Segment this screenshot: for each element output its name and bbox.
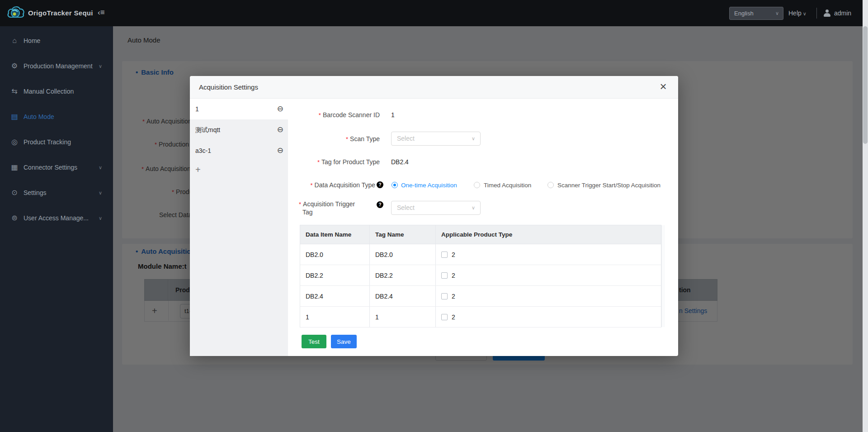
sidebar-item-product-tracking[interactable]: ◎ Product Tracking <box>0 133 113 151</box>
target-icon: ◎ <box>9 133 20 151</box>
product-type-checkbox[interactable] <box>441 272 448 279</box>
page-scrollbar <box>863 0 868 432</box>
user-icon <box>824 9 831 17</box>
sidebar-item-production-management[interactable]: ⚙ Production Management ∨ <box>0 57 113 75</box>
chevron-down-icon: ∨ <box>99 209 102 227</box>
radio-scanner-trigger[interactable] <box>547 182 554 188</box>
chevron-down-icon: ∨ <box>99 184 102 202</box>
exchange-icon: ⇆ <box>9 82 20 100</box>
topbar: OrigoTracker Sequi ‹≡ English ∨ Help∨ ad… <box>0 0 868 26</box>
sidebar-item-settings[interactable]: ⊙ Settings ∨ <box>0 184 113 202</box>
grid-icon: ▦ <box>9 158 20 176</box>
trigger-tag-label-line1: *Acquisition Trigger <box>299 200 355 208</box>
app-canvas: Auto Mode •Basic Info *Auto Acquisition … <box>0 0 868 432</box>
chevron-down-icon: ∨ <box>803 11 807 16</box>
chevron-down-icon: ∨ <box>472 201 475 214</box>
table-scrollbar[interactable] <box>661 225 665 327</box>
barcode-scanner-id-label: *Barcode Scanner ID <box>262 111 380 119</box>
sidebar-item-home[interactable]: ⌂ Home <box>0 32 113 50</box>
gear-icon: ⚙ <box>9 57 20 75</box>
users-icon: ⊚ <box>9 209 20 227</box>
scan-type-label: *Scan Type <box>262 135 380 142</box>
settings-icon: ⊙ <box>9 184 20 202</box>
chevron-down-icon: ∨ <box>99 57 102 75</box>
language-value: English <box>734 10 754 17</box>
chevron-down-icon: ∨ <box>472 132 475 145</box>
radio-label-one-time[interactable]: One-time Acquisition <box>401 182 457 189</box>
data-item-table: Data Item Name Tag Name Applicable Produ… <box>300 225 661 328</box>
table-row: 1 1 2 <box>300 307 661 328</box>
help-icon[interactable]: ? <box>377 201 383 208</box>
sidebar-item-manual-collection[interactable]: ⇆ Manual Collection <box>0 82 113 100</box>
radio-timed-acquisition[interactable] <box>474 182 480 188</box>
product-type-label: 2 <box>452 313 455 321</box>
add-scanner-icon[interactable]: + <box>195 165 201 175</box>
help-icon[interactable]: ? <box>377 181 383 188</box>
select-placeholder: Select <box>397 132 415 145</box>
col-header-tag-name: Tag Name <box>370 225 436 244</box>
sidebar-item-user-access-management[interactable]: ⊚ User Access Manage... ∨ <box>0 209 113 227</box>
radio-label-scanner-trigger[interactable]: Scanner Trigger Start/Stop Acquisition <box>557 182 660 189</box>
col-header-data-item-name: Data Item Name <box>300 225 370 244</box>
table-header-row: Data Item Name Tag Name Applicable Produ… <box>300 225 661 244</box>
test-button[interactable]: Test <box>302 335 326 348</box>
trigger-tag-label-line2: Tag <box>302 209 313 216</box>
radio-one-time-acquisition[interactable] <box>392 182 398 188</box>
list-icon: ▤ <box>9 108 20 126</box>
close-icon[interactable]: × <box>656 80 670 94</box>
product-type-checkbox[interactable] <box>441 314 448 320</box>
modal-header: Acquisition Settings × <box>190 76 678 99</box>
product-type-checkbox[interactable] <box>441 293 448 299</box>
product-type-label: 2 <box>452 272 455 279</box>
sidebar-item-connector-settings[interactable]: ▦ Connector Settings ∨ <box>0 158 113 176</box>
scan-type-select[interactable]: Select ∨ <box>391 132 481 146</box>
product-type-label: 2 <box>452 251 455 258</box>
chevron-down-icon: ∨ <box>99 158 102 176</box>
barcode-scanner-id-value: 1 <box>391 111 395 119</box>
product-type-checkbox[interactable] <box>441 252 448 258</box>
language-select[interactable]: English ∨ <box>729 7 783 20</box>
sidebar-collapse-icon[interactable]: ‹≡ <box>98 0 105 26</box>
product-tag-value: DB2.4 <box>391 158 409 166</box>
table-row: DB2.0 DB2.0 2 <box>300 244 661 265</box>
scrollbar-thumb[interactable] <box>863 26 868 144</box>
chevron-down-icon: ∨ <box>775 7 779 19</box>
sidebar-item-auto-mode[interactable]: ▤ Auto Mode <box>0 108 113 126</box>
app-logo <box>6 5 25 22</box>
modal-title: Acquisition Settings <box>199 76 258 99</box>
table-row: DB2.2 DB2.2 2 <box>300 265 661 286</box>
trigger-tag-select[interactable]: Select ∨ <box>391 201 481 215</box>
acquisition-settings-modal: Acquisition Settings × 1 ⊖ 测试mqtt ⊖ a3c-… <box>190 76 678 356</box>
user-menu[interactable]: admin <box>834 0 851 26</box>
help-menu[interactable]: Help∨ <box>788 0 807 26</box>
sidebar: ⌂ Home ⚙ Production Management ∨ ⇆ Manua… <box>0 26 113 432</box>
brand-title: OrigoTracker Sequi <box>28 0 93 26</box>
select-placeholder: Select <box>397 201 415 214</box>
topbar-divider <box>816 8 817 19</box>
product-tag-label: *Tag for Product Type <box>262 158 380 166</box>
data-acquisition-type-label: *Data Acquisition Type <box>258 181 375 189</box>
save-button[interactable]: Save <box>331 335 357 348</box>
product-type-label: 2 <box>452 293 455 300</box>
col-header-applicable-product-type: Applicable Product Type <box>436 225 661 244</box>
home-icon: ⌂ <box>9 32 20 50</box>
radio-label-timed[interactable]: Timed Acquisition <box>484 182 531 189</box>
table-row: DB2.4 DB2.4 2 <box>300 286 661 307</box>
